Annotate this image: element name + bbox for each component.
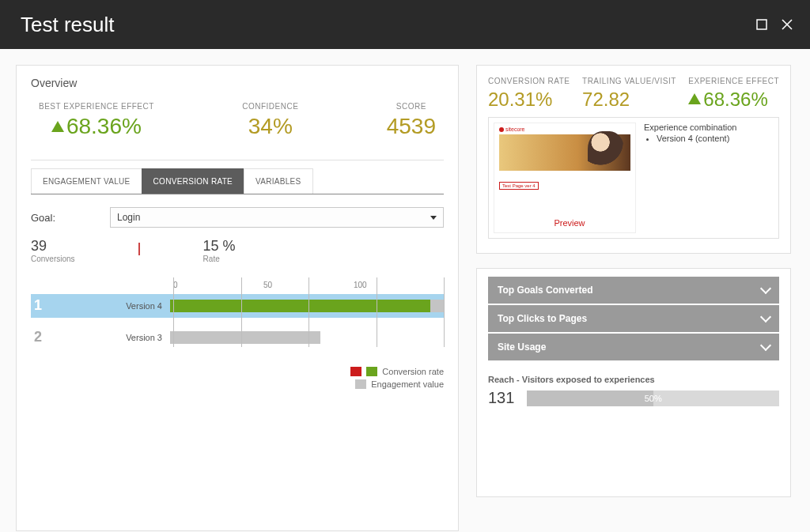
chevron-down-icon bbox=[760, 311, 771, 323]
summary-panel: CONVERSION RATE 20.31% TRAILING VALUE/VI… bbox=[476, 65, 791, 254]
confidence-metric: CONFIDENCE 34% bbox=[242, 102, 298, 138]
tick-0: 0 bbox=[173, 281, 263, 289]
chevron-down-icon bbox=[760, 283, 771, 294]
reach-row: 131 50% bbox=[488, 389, 779, 407]
legend-engagement: Engagement value bbox=[371, 379, 444, 389]
accordion-top-goals[interactable]: Top Goals Converted bbox=[488, 277, 779, 304]
chevron-down-icon bbox=[760, 340, 771, 351]
page-badge: Test Page ver 4 bbox=[499, 182, 539, 190]
reach-value: 131 bbox=[488, 389, 514, 407]
best-effect-value: 68.36% bbox=[39, 115, 154, 138]
confidence-label: CONFIDENCE bbox=[242, 102, 298, 111]
combo-item: Version 4 (content) bbox=[657, 134, 736, 143]
effect-label: EXPERIENCE EFFECT bbox=[688, 77, 779, 85]
stat-separator bbox=[138, 243, 140, 255]
score-value: 4539 bbox=[387, 115, 436, 138]
overview-panel: Overview BEST EXPERIENCE EFFECT 68.36% C… bbox=[16, 65, 459, 531]
chart-axis: 0 50 100 bbox=[173, 281, 444, 289]
detail-tabs: ENGAGEMENT VALUE CONVERSION RATE VARIABL… bbox=[31, 168, 444, 194]
conv-rate-value: 20.31% bbox=[488, 90, 570, 109]
row-name: Version 3 bbox=[51, 333, 170, 342]
chart-row[interactable]: 1Version 4 bbox=[31, 294, 444, 318]
conversions-label: Conversions bbox=[31, 255, 75, 263]
row-rank: 2 bbox=[31, 329, 51, 345]
tab-variables[interactable]: VARIABLES bbox=[244, 168, 313, 194]
conversions-stat: 39 Conversions bbox=[31, 239, 75, 263]
goal-dropdown[interactable]: Login bbox=[110, 207, 444, 228]
confidence-value: 34% bbox=[242, 115, 298, 138]
row-name: Version 4 bbox=[51, 301, 170, 311]
engagement-bar bbox=[170, 331, 320, 344]
person-image bbox=[588, 131, 624, 175]
reach-percent: 50% bbox=[645, 391, 662, 406]
accordion-top-clicks[interactable]: Top Clicks to Pages bbox=[488, 305, 779, 332]
maximize-button[interactable] bbox=[755, 17, 769, 32]
trailing-label: TRAILING VALUE/VISIT bbox=[582, 77, 676, 85]
logo-icon bbox=[499, 127, 504, 132]
row-rank: 1 bbox=[31, 297, 51, 314]
conversion-bar bbox=[170, 300, 430, 312]
bar-track bbox=[170, 297, 444, 315]
arrow-up-icon bbox=[51, 121, 64, 132]
legend-conversion: Conversion rate bbox=[382, 367, 444, 376]
page-title: Test result bbox=[21, 13, 744, 37]
details-panel: Top Goals Converted Top Clicks to Pages … bbox=[476, 268, 791, 497]
best-effect-metric: BEST EXPERIENCE EFFECT 68.36% bbox=[39, 102, 154, 138]
rate-stat: 15 % Rate bbox=[203, 239, 236, 263]
title-bar: Test result bbox=[0, 0, 810, 49]
experience-combo: Experience combination Version 4 (conten… bbox=[644, 123, 736, 233]
reach-title: Reach - Visitors exposed to experiences bbox=[488, 375, 779, 384]
svg-rect-0 bbox=[757, 20, 766, 29]
chart-row[interactable]: 2Version 3 bbox=[31, 326, 444, 349]
conv-rate-label: CONVERSION RATE bbox=[488, 77, 570, 85]
score-metric: SCORE 4539 bbox=[387, 102, 436, 138]
preview-link-wrap: Preview bbox=[494, 218, 645, 228]
goal-selected: Login bbox=[117, 212, 140, 223]
score-label: SCORE bbox=[387, 102, 436, 111]
conversions-value: 39 bbox=[31, 239, 75, 255]
accordion-label: Top Clicks to Pages bbox=[498, 313, 587, 324]
accordion: Top Goals Converted Top Clicks to Pages … bbox=[488, 277, 779, 360]
brand-logo: sitecore bbox=[499, 126, 525, 132]
arrow-up-icon bbox=[688, 93, 701, 104]
rate-value: 15 % bbox=[203, 239, 236, 255]
close-button[interactable] bbox=[780, 17, 794, 32]
legend-swatch-red bbox=[350, 367, 361, 376]
tick-50: 50 bbox=[263, 281, 354, 289]
conversion-chart: 0 50 100 1Version 42Version 3 Conversion… bbox=[31, 281, 444, 407]
reach-progress: 50% bbox=[527, 391, 779, 406]
legend-swatch-grey bbox=[355, 379, 366, 389]
tab-conversion-rate[interactable]: CONVERSION RATE bbox=[142, 168, 244, 194]
accordion-label: Top Goals Converted bbox=[498, 285, 592, 296]
preview-thumbnail: sitecore Test Page ver 4 Preview bbox=[494, 123, 636, 233]
combo-label: Experience combination bbox=[644, 123, 736, 132]
trailing-metric: TRAILING VALUE/VISIT 72.82 bbox=[582, 77, 676, 109]
best-effect-label: BEST EXPERIENCE EFFECT bbox=[39, 102, 154, 111]
tab-engagement-value[interactable]: ENGAGEMENT VALUE bbox=[31, 168, 142, 194]
accordion-label: Site Usage bbox=[498, 341, 546, 353]
conv-rate-metric: CONVERSION RATE 20.31% bbox=[488, 77, 570, 109]
chevron-down-icon bbox=[430, 216, 437, 220]
chart-legend: Conversion rate Engagement value bbox=[31, 367, 444, 389]
tick-100: 100 bbox=[354, 281, 444, 289]
accordion-site-usage[interactable]: Site Usage bbox=[488, 334, 779, 360]
overview-heading: Overview bbox=[31, 77, 444, 89]
experience-preview: sitecore Test Page ver 4 Preview Experie… bbox=[488, 117, 779, 239]
legend-swatch-green bbox=[366, 367, 377, 376]
preview-link[interactable]: Preview bbox=[554, 218, 585, 228]
goal-label: Goal: bbox=[31, 212, 110, 224]
trailing-value: 72.82 bbox=[582, 90, 676, 109]
rate-label: Rate bbox=[203, 255, 236, 263]
effect-value: 68.36% bbox=[688, 90, 779, 109]
effect-metric: EXPERIENCE EFFECT 68.36% bbox=[688, 77, 779, 109]
bar-track bbox=[170, 329, 444, 346]
